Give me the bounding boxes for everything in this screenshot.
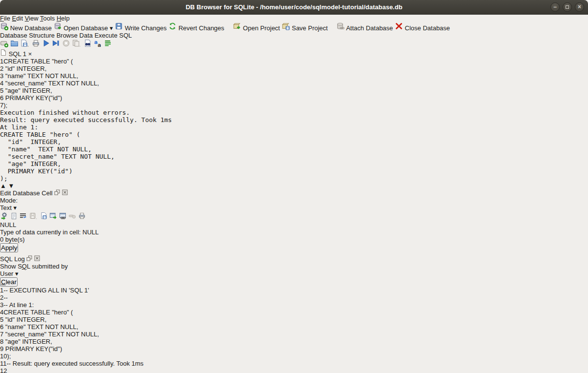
- open-database-icon: [54, 22, 62, 30]
- new-database-button[interactable]: New Database: [0, 24, 54, 32]
- open-project-icon: [233, 22, 241, 30]
- text-mode-toggle[interactable]: [10, 214, 20, 221]
- cell-info-row: Type of data currently in cell: NULL 0 b…: [0, 228, 588, 252]
- titlebar[interactable]: DB Browser for SQLite - /home/user/code/…: [0, 0, 588, 15]
- import-cell-icon[interactable]: [29, 214, 40, 221]
- stop-icon[interactable]: [62, 41, 72, 49]
- close-database-button[interactable]: Close Database: [395, 24, 450, 32]
- execution-log[interactable]: Execution finished without errors. Resul…: [0, 109, 588, 189]
- scroll-up-icon[interactable]: ▲: [0, 182, 6, 189]
- execute-line-icon[interactable]: [52, 41, 62, 49]
- apply-button[interactable]: Apply: [0, 243, 18, 252]
- menu-help[interactable]: Help: [57, 15, 70, 22]
- close-panel-icon[interactable]: [34, 255, 40, 261]
- print-icon[interactable]: [32, 41, 42, 49]
- close-icon[interactable]: ×: [575, 2, 584, 12]
- float-panel-icon[interactable]: [26, 255, 32, 261]
- close-tab-icon[interactable]: ×: [28, 50, 32, 58]
- new-tab-icon[interactable]: [0, 41, 10, 49]
- sql-log-title: SQL Log: [0, 255, 25, 263]
- export-results-icon[interactable]: [72, 41, 83, 49]
- code-line: 6 "name" TEXT NOT NULL,: [0, 323, 588, 331]
- submitter-value: User: [0, 270, 13, 277]
- new-database-icon: [0, 22, 8, 30]
- replace-icon[interactable]: a a: [94, 41, 104, 49]
- main-content: Database Structure Browse Data Execute S…: [0, 32, 588, 373]
- code-line: 4CREATE TABLE "hero" (: [0, 309, 588, 316]
- main-tab-bar: Database Structure Browse Data Execute S…: [0, 32, 588, 39]
- code-line: 7);: [0, 102, 588, 109]
- set-null-icon[interactable]: [68, 214, 78, 221]
- open-project-button[interactable]: Open Project: [233, 24, 282, 32]
- mode-select[interactable]: Text ▾: [0, 204, 588, 211]
- export-cell-icon[interactable]: [40, 214, 50, 221]
- write-changes-button[interactable]: Write Changes: [115, 24, 168, 32]
- find-icon[interactable]: [83, 41, 94, 49]
- cell-size-info: 0 byte(s): [0, 236, 588, 243]
- cell-value-editor[interactable]: NULL: [0, 221, 588, 228]
- code-line: 8 "age" INTEGER,: [0, 338, 588, 345]
- open-database-button[interactable]: Open Database ▾: [54, 24, 115, 32]
- sql-doc-icon: [0, 49, 7, 56]
- menu-view[interactable]: View: [25, 15, 39, 22]
- filter-label: Show SQL submitted by: [0, 263, 68, 270]
- menu-tools[interactable]: Tools: [40, 15, 55, 22]
- scrollbar[interactable]: ▲ ▼: [0, 182, 588, 189]
- app-window: DB Browser for SQLite - /home/user/code/…: [0, 0, 588, 373]
- sql-log-filter-row: Show SQL submitted by User ▾ Clear: [0, 263, 588, 287]
- tab-browse-data[interactable]: Browse Data: [57, 32, 93, 39]
- attach-database-icon: [336, 22, 345, 30]
- maximize-icon[interactable]: [563, 2, 572, 12]
- code-line: 5 "id" INTEGER,: [0, 316, 588, 323]
- print-cell-icon[interactable]: [78, 214, 86, 221]
- code-line: 12: [0, 367, 588, 373]
- word-wrap-icon[interactable]: [19, 214, 29, 221]
- chevron-down-icon: ▾: [15, 270, 19, 277]
- copy-link-icon[interactable]: [59, 214, 69, 221]
- chevron-down-icon: ▾: [13, 204, 17, 211]
- save-sql-file-icon[interactable]: [20, 41, 32, 49]
- gear-icon: [0, 211, 8, 220]
- line-number: 11: [0, 360, 7, 367]
- scroll-down-icon[interactable]: ▼: [8, 182, 15, 189]
- save-project-icon: [282, 22, 290, 30]
- format-icon[interactable]: [103, 41, 112, 49]
- open-sql-file-icon[interactable]: [10, 41, 20, 49]
- text-mode-icon: [10, 212, 18, 220]
- sql-log-view[interactable]: 1-- EXECUTING ALL IN 'SQL 1'2--3-- At li…: [0, 287, 588, 373]
- save-project-button[interactable]: Save Project: [282, 24, 329, 32]
- close-database-icon: [395, 22, 403, 30]
- tab-database-structure[interactable]: Database Structure: [0, 32, 55, 39]
- float-panel-icon[interactable]: [54, 189, 60, 195]
- code-line: 1-- EXECUTING ALL IN 'SQL 1': [0, 287, 588, 294]
- execute-all-icon[interactable]: [42, 41, 52, 49]
- tab-execute-sql[interactable]: Execute SQL: [95, 32, 132, 39]
- window-controls: – ×: [550, 2, 584, 12]
- svg-text:a: a: [98, 42, 101, 47]
- sql-tab-label: SQL 1: [9, 50, 26, 58]
- revert-changes-button[interactable]: Revert Changes: [168, 24, 226, 32]
- execution-log-text: Execution finished without errors. Resul…: [0, 109, 588, 182]
- sql-toolbar: a a: [0, 39, 588, 49]
- minimize-icon[interactable]: –: [550, 2, 560, 12]
- menubar: File Edit View Tools Help: [0, 15, 588, 22]
- line-number: 12: [0, 367, 7, 373]
- menu-edit[interactable]: Edit: [12, 15, 23, 22]
- attach-database-button[interactable]: Attach Database: [336, 24, 395, 32]
- code-line: 9 PRIMARY KEY("id"): [0, 345, 588, 352]
- code-line: 2 "id" INTEGER,: [0, 65, 588, 72]
- open-external-icon[interactable]: [49, 214, 59, 221]
- sql-editor[interactable]: 1CREATE TABLE "hero" (2 "id" INTEGER,3 "…: [0, 58, 588, 109]
- sql-file-tab[interactable]: SQL 1 ×: [0, 49, 588, 58]
- menu-file[interactable]: File: [0, 15, 10, 22]
- execute-sql-panel: a a: [0, 39, 588, 189]
- submitter-select[interactable]: User ▾: [0, 270, 588, 277]
- clear-button[interactable]: Clear: [0, 277, 18, 287]
- chevron-down-icon[interactable]: ▾: [110, 24, 113, 32]
- cell-value: NULL: [0, 221, 16, 228]
- code-line: 10);: [0, 352, 588, 360]
- cell-mode-row: Mode: Text ▾: [0, 197, 588, 221]
- code-line: 11-- Result: query executed successfully…: [0, 360, 588, 367]
- auto-switch-mode-button[interactable]: [0, 214, 10, 221]
- close-panel-icon[interactable]: [62, 189, 68, 195]
